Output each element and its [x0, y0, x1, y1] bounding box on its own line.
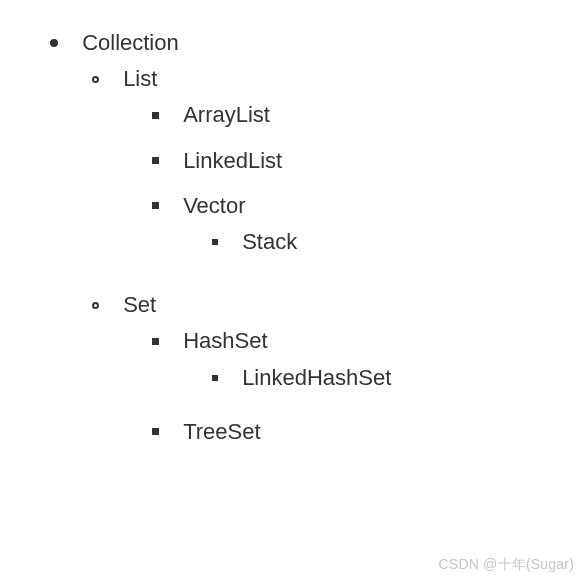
bullet-circle-icon — [92, 76, 99, 83]
item-label: ArrayList — [183, 103, 270, 128]
bullet-square-icon — [152, 202, 159, 209]
item-label: Collection — [82, 30, 179, 55]
item-label: List — [123, 66, 157, 91]
list-item: List ArrayList LinkedList Vector — [50, 56, 576, 282]
bullet-square-icon — [152, 112, 159, 119]
item-label: TreeSet — [183, 419, 260, 444]
item-label: LinkedHashSet — [242, 365, 391, 390]
outline-list: Stack — [152, 219, 576, 264]
list-item: TreeSet — [92, 409, 576, 454]
item-label: HashSet — [183, 329, 267, 354]
outline-list: LinkedHashSet — [152, 355, 576, 400]
list-item: ArrayList — [92, 92, 576, 137]
outline-list: ArrayList LinkedList Vector Stack — [92, 92, 576, 273]
list-item: LinkedList — [92, 138, 576, 183]
item-label: Vector — [183, 193, 245, 218]
bullet-square-icon — [152, 157, 159, 164]
list-item: Vector Stack — [92, 183, 576, 273]
outline-list: HashSet LinkedHashSet TreeSet — [92, 318, 576, 454]
list-item: HashSet LinkedHashSet — [92, 318, 576, 408]
outline-list: List ArrayList LinkedList Vector — [50, 56, 576, 463]
bullet-square-icon — [212, 375, 218, 381]
list-item: Stack — [152, 219, 576, 264]
bullet-square-icon — [212, 239, 218, 245]
outline-list: Collection List ArrayList LinkedList — [10, 20, 576, 472]
watermark: CSDN @十年(Sugar) — [439, 556, 574, 574]
item-label: Stack — [242, 229, 297, 254]
list-item: Set HashSet LinkedHashSet — [50, 282, 576, 463]
list-item: LinkedHashSet — [152, 355, 576, 400]
item-label: LinkedList — [183, 148, 282, 173]
list-item: Collection List ArrayList LinkedList — [10, 20, 576, 472]
bullet-square-icon — [152, 338, 159, 345]
item-label: Set — [123, 292, 156, 317]
bullet-disc-icon — [50, 39, 58, 47]
bullet-square-icon — [152, 428, 159, 435]
bullet-circle-icon — [92, 302, 99, 309]
